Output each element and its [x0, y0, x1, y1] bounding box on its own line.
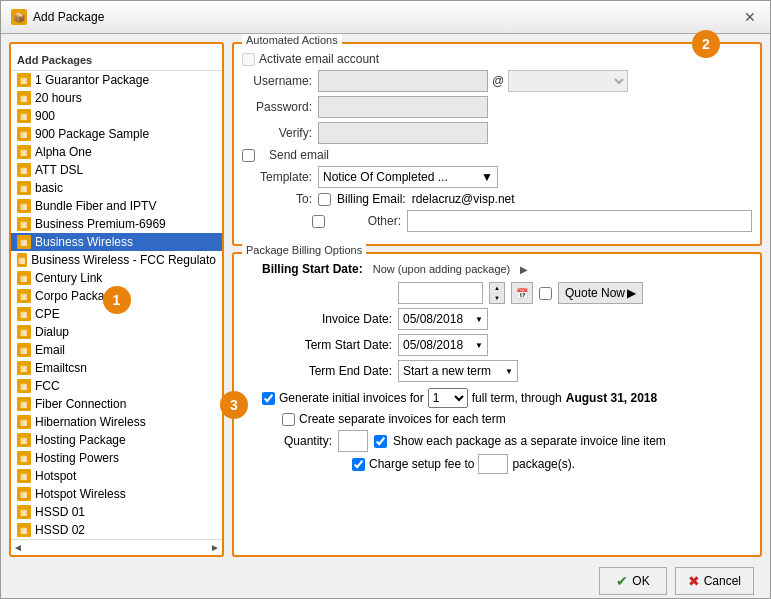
quote-now-checkbox[interactable]	[539, 287, 552, 300]
calendar-button[interactable]: 📅	[511, 282, 533, 304]
list-item-label: CPE	[35, 307, 60, 321]
package-icon	[17, 433, 31, 447]
show-separate-checkbox[interactable]	[374, 435, 387, 448]
other-label: Other:	[331, 214, 401, 228]
spin-up-icon[interactable]: ▲	[490, 283, 504, 293]
list-item-label: Alpha One	[35, 145, 92, 159]
password-input[interactable]	[318, 96, 488, 118]
generate-qty-select[interactable]: 1	[428, 388, 468, 408]
other-checkbox[interactable]	[312, 215, 325, 228]
package-icon	[17, 163, 31, 177]
package-icon	[17, 397, 31, 411]
quantity-label: Quantity:	[262, 434, 332, 448]
list-item[interactable]: basic	[11, 179, 222, 197]
at-sign: @	[492, 74, 504, 88]
username-input[interactable]	[318, 70, 488, 92]
term-end-select[interactable]: Start a new term ▼	[398, 360, 518, 382]
list-item[interactable]: Alpha One	[11, 143, 222, 161]
list-item[interactable]: CPE	[11, 305, 222, 323]
term-start-select[interactable]: 05/08/2018 ▼	[398, 334, 488, 356]
list-item-label: Century Link	[35, 271, 102, 285]
list-item[interactable]: Emailtcsn	[11, 359, 222, 377]
list-item-label: Hosting Package	[35, 433, 126, 447]
cancel-icon: ✖	[688, 573, 700, 589]
charge-setup-label: Charge setup fee to	[369, 457, 474, 471]
separate-label: Create separate invoices for each term	[299, 412, 506, 426]
generate-label: Generate initial invoices for	[279, 391, 424, 405]
list-item[interactable]: Hosting Powers	[11, 449, 222, 467]
badge-2: 2	[692, 30, 720, 58]
billing-email-checkbox[interactable]	[318, 193, 331, 206]
invoice-date-row: Invoice Date: 05/08/2018 ▼	[262, 308, 752, 330]
list-item[interactable]: Hotspot	[11, 467, 222, 485]
charge-setup-qty[interactable]: 1	[478, 454, 508, 474]
list-item[interactable]: Business Premium-6969	[11, 215, 222, 233]
list-item[interactable]: 1 Guarantor Package	[11, 71, 222, 89]
charge-setup-suffix: package(s).	[512, 457, 575, 471]
separate-row: Create separate invoices for each term	[282, 412, 752, 426]
title-bar: 📦 Add Package ✕	[1, 1, 770, 34]
template-select[interactable]: Notice Of Completed ... ▼	[318, 166, 498, 188]
verify-label: Verify:	[242, 126, 312, 140]
list-item-label: HSSD 01	[35, 505, 85, 519]
generate-checkbox[interactable]	[262, 392, 275, 405]
list-item[interactable]: ATT DSL	[11, 161, 222, 179]
cancel-button[interactable]: ✖ Cancel	[675, 567, 754, 595]
list-item[interactable]: 900	[11, 107, 222, 125]
list-item[interactable]: Hotspot Wireless	[11, 485, 222, 503]
quantity-input[interactable]: 1	[338, 430, 368, 452]
spin-down-icon[interactable]: ▼	[490, 293, 504, 303]
quote-now-button[interactable]: Quote Now ▶	[558, 282, 643, 304]
package-list[interactable]: 1 Guarantor Package20 hours900900 Packag…	[11, 71, 222, 539]
other-input[interactable]	[407, 210, 752, 232]
ok-label: OK	[632, 574, 649, 588]
billing-start-row: Billing Start Date: Now (upon adding pac…	[262, 262, 752, 276]
package-icon	[17, 307, 31, 321]
package-icon	[17, 379, 31, 393]
left-panel: Add Packages 1 Guarantor Package20 hours…	[9, 42, 224, 557]
template-row: Template: Notice Of Completed ... ▼	[242, 166, 752, 188]
list-item[interactable]: Email	[11, 341, 222, 359]
list-item[interactable]: Corpo Package	[11, 287, 222, 305]
list-item[interactable]: Fiber Connection	[11, 395, 222, 413]
scroll-right-btn[interactable]: ►	[210, 542, 220, 553]
verify-input[interactable]	[318, 122, 488, 144]
date-input[interactable]: 05/08/2018	[398, 282, 483, 304]
list-item[interactable]: FCC	[11, 377, 222, 395]
package-icon	[17, 145, 31, 159]
list-item[interactable]: 900 Package Sample	[11, 125, 222, 143]
list-item[interactable]: Hibernation Wireless	[11, 413, 222, 431]
list-item[interactable]: Century Link	[11, 269, 222, 287]
list-item[interactable]: Dialup	[11, 323, 222, 341]
list-item[interactable]: Bundle Fiber and IPTV	[11, 197, 222, 215]
separate-checkbox[interactable]	[282, 413, 295, 426]
domain-select[interactable]	[508, 70, 628, 92]
list-item[interactable]: HSSD 02	[11, 521, 222, 539]
automated-actions-label: Automated Actions	[242, 34, 342, 46]
password-label: Password:	[242, 100, 312, 114]
list-item[interactable]: Hosting Package	[11, 431, 222, 449]
add-packages-header: Add Packages	[11, 50, 222, 71]
list-item[interactable]: 20 hours	[11, 89, 222, 107]
list-item[interactable]: Business Wireless	[11, 233, 222, 251]
term-start-row: Term Start Date: 05/08/2018 ▼	[262, 334, 752, 356]
generate-date: August 31, 2018	[566, 391, 657, 405]
list-item-label: FCC	[35, 379, 60, 393]
list-item-label: 1 Guarantor Package	[35, 73, 149, 87]
list-item[interactable]: HSSD 01	[11, 503, 222, 521]
term-end-value: Start a new term	[403, 364, 491, 378]
charge-setup-checkbox[interactable]	[352, 458, 365, 471]
package-icon	[17, 109, 31, 123]
date-spinner[interactable]: ▲ ▼	[489, 282, 505, 304]
close-button[interactable]: ✕	[740, 7, 760, 27]
package-icon	[17, 505, 31, 519]
package-icon	[17, 415, 31, 429]
list-item[interactable]: Business Wireless - FCC Regulato	[11, 251, 222, 269]
main-area: Add Packages 1 Guarantor Package20 hours…	[9, 42, 762, 557]
ok-button[interactable]: ✔ OK	[599, 567, 666, 595]
activate-email-checkbox[interactable]	[242, 53, 255, 66]
scroll-left-btn[interactable]: ◄	[13, 542, 23, 553]
send-email-checkbox[interactable]	[242, 149, 255, 162]
invoice-date-select[interactable]: 05/08/2018 ▼	[398, 308, 488, 330]
list-item-label: Hibernation Wireless	[35, 415, 146, 429]
